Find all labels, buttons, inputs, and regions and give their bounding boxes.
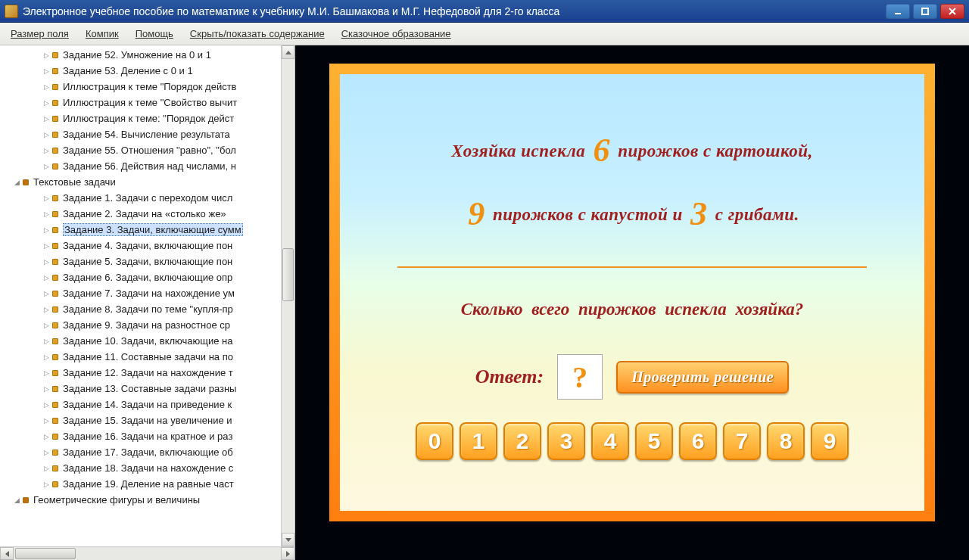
toc-item[interactable]: ▷Задание 9. Задачи на разностное ср	[0, 317, 294, 333]
keypad-key-6[interactable]: 6	[679, 422, 717, 460]
toc-item-label: Задание 13. Составные задачи разны	[63, 383, 236, 394]
window-minimize-button[interactable]	[886, 4, 910, 19]
scroll-track-v[interactable]	[282, 59, 294, 533]
toc-item[interactable]: ▷Задание 8. Задачи по теме "купля-пр	[0, 301, 294, 317]
tree-twisty-icon: ▷	[42, 401, 51, 409]
tree-bullet-icon	[52, 481, 58, 487]
tree-twisty-icon: ▷	[42, 481, 51, 488]
toc-item-label: Задание 19. Деление на равные част	[63, 478, 234, 490]
toc-category[interactable]: ◢Геометрические фигуры и величины	[0, 492, 294, 508]
toc-item[interactable]: ▷Задание 15. Задачи на увеличение и	[0, 412, 294, 428]
tree-bullet-icon	[52, 163, 58, 170]
toc-item-label: Задание 12. Задачи на нахождение т	[63, 367, 233, 378]
toc-item-label: Задание 5. Задачи, включающие пон	[63, 256, 232, 267]
check-answer-button[interactable]: Проверить решение	[616, 361, 789, 394]
scroll-thumb-h[interactable]	[15, 548, 76, 559]
toc-item[interactable]: ▷Задание 18. Задачи на нахождение с	[0, 460, 294, 476]
sidebar-scrollbar-vertical[interactable]	[281, 45, 294, 546]
scroll-up-button[interactable]	[282, 45, 294, 59]
toc-item[interactable]: ▷Иллюстрация к теме "Порядок действ	[0, 79, 294, 95]
tree-twisty-icon: ▷	[42, 385, 51, 393]
keypad-key-7[interactable]: 7	[723, 422, 761, 460]
divider-line	[397, 266, 867, 268]
menu-fairy-education[interactable]: Сказочное образование	[338, 26, 454, 41]
problem-question: Сколько всего пирожков испекла хозяйка?	[343, 300, 921, 319]
keypad-key-1[interactable]: 1	[460, 422, 497, 460]
scroll-down-button[interactable]	[282, 533, 294, 546]
toc-tree[interactable]: ▷Задание 52. Умножение на 0 и 1▷Задание …	[0, 45, 294, 560]
scroll-track-h[interactable]	[14, 547, 281, 560]
toc-item[interactable]: ▷Задание 14. Задачи на приведение к	[0, 397, 294, 412]
scroll-right-button[interactable]	[281, 547, 294, 560]
answer-row: Ответ: ? Проверить решение	[343, 354, 921, 400]
tree-bullet-icon	[52, 132, 58, 138]
tree-twisty-icon: ▷	[42, 67, 51, 75]
keypad-key-5[interactable]: 5	[635, 422, 673, 460]
toc-item[interactable]: ▷Задание 54. Вычисление результата	[0, 126, 294, 142]
keypad-key-4[interactable]: 4	[591, 422, 629, 460]
toc-item[interactable]: ▷Задание 11. Составные задачи на по	[0, 349, 294, 365]
toc-item[interactable]: ▷Задание 16. Задачи на кратное и раз	[0, 428, 294, 444]
toc-item[interactable]: ▷Иллюстрация к теме: "Порядок дейст	[0, 110, 294, 126]
keypad-key-0[interactable]: 0	[416, 422, 453, 460]
toc-item-label: Иллюстрация к теме "Свойство вычит	[63, 97, 237, 108]
toc-item-label: Задание 8. Задачи по теме "купля-пр	[63, 303, 233, 315]
toc-item[interactable]: ▷Задание 53. Деление с 0 и 1	[0, 63, 294, 79]
toc-item[interactable]: ▷Задание 6. Задачи, включающие опр	[0, 269, 294, 285]
toc-item[interactable]: ▷Задание 52. Умножение на 0 и 1	[0, 47, 294, 63]
toc-item[interactable]: ▷Задание 5. Задачи, включающие пон	[0, 254, 294, 269]
toc-item[interactable]: ▷Иллюстрация к теме "Свойство вычит	[0, 95, 294, 110]
toc-item-label: Иллюстрация к теме "Порядок действ	[63, 81, 237, 92]
toc-item-label: Иллюстрация к теме: "Порядок дейст	[63, 113, 234, 124]
keypad-key-2[interactable]: 2	[503, 422, 541, 460]
tree-twisty-icon: ▷	[42, 449, 51, 456]
tree-twisty-icon: ▷	[42, 306, 51, 313]
toc-item[interactable]: ▷Задание 7. Задачи на нахождение ум	[0, 285, 294, 301]
scroll-thumb-v[interactable]	[282, 248, 294, 301]
toc-item[interactable]: ▷Задание 3. Задачи, включающие сумм	[0, 222, 294, 238]
toc-item[interactable]: ▷Задание 10. Задачи, включающие на	[0, 333, 294, 349]
keypad-key-3[interactable]: 3	[547, 422, 585, 460]
toc-item[interactable]: ▷Задание 56. Действия над числами, н	[0, 158, 294, 174]
menu-kompik[interactable]: Компик	[83, 26, 122, 41]
window-maximize-button[interactable]	[913, 4, 937, 19]
tree-twisty-icon: ▷	[42, 242, 51, 250]
tree-twisty-icon: ▷	[42, 369, 51, 377]
problem-number-1: 6	[590, 132, 613, 169]
answer-input[interactable]: ?	[557, 354, 603, 400]
menu-field-size[interactable]: Размер поля	[8, 26, 72, 41]
toc-item[interactable]: ▷Задание 19. Деление на равные част	[0, 476, 294, 492]
tree-bullet-icon	[52, 338, 58, 344]
toc-item[interactable]: ▷Задание 4. Задачи, включающие пон	[0, 238, 294, 254]
toc-item-label: Задание 11. Составные задачи на по	[63, 351, 233, 362]
toc-sidebar: ▷Задание 52. Умножение на 0 и 1▷Задание …	[0, 45, 295, 560]
tree-twisty-icon: ▷	[42, 465, 51, 472]
tree-twisty-icon: ▷	[42, 51, 51, 59]
toc-item[interactable]: ▷Задание 12. Задачи на нахождение т	[0, 365, 294, 381]
scroll-left-button[interactable]	[0, 547, 14, 560]
window-close-button[interactable]	[940, 4, 964, 19]
toc-item[interactable]: ▷Задание 17. Задачи, включающие об	[0, 444, 294, 460]
tree-bullet-icon	[52, 52, 58, 58]
tree-twisty-icon: ▷	[42, 115, 51, 123]
toc-item-label: Задание 7. Задачи на нахождение ум	[63, 288, 235, 299]
window-titlebar: Электронное учебное пособие по математик…	[0, 0, 969, 23]
problem-segment: пирожков с картошкой,	[613, 142, 813, 160]
toc-category[interactable]: ◢Текстовые задачи	[0, 174, 294, 190]
tree-bullet-icon	[52, 68, 58, 74]
toc-item[interactable]: ▷Задание 55. Отношения "равно", "бол	[0, 142, 294, 158]
toc-item[interactable]: ▷Задание 2. Задачи на «столько же»	[0, 206, 294, 222]
task-frame: Хозяйка испекла 6 пирожков с картошкой, …	[329, 64, 935, 521]
tree-bullet-icon	[52, 195, 58, 201]
keypad-key-9[interactable]: 9	[811, 422, 849, 460]
toc-item[interactable]: ▷Задание 1. Задачи с переходом числ	[0, 190, 294, 206]
menu-toggle-toc[interactable]: Скрыть/показать содержание	[187, 26, 328, 41]
toc-item[interactable]: ▷Задание 13. Составные задачи разны	[0, 381, 294, 397]
tree-twisty-icon: ▷	[42, 322, 51, 329]
sidebar-scrollbar-horizontal[interactable]	[0, 546, 294, 560]
keypad-key-8[interactable]: 8	[767, 422, 805, 460]
tree-twisty-icon: ▷	[42, 194, 51, 202]
tree-bullet-icon	[52, 306, 58, 313]
menu-help[interactable]: Помощь	[132, 26, 176, 41]
toc-item-label: Задание 15. Задачи на увеличение и	[63, 415, 232, 426]
